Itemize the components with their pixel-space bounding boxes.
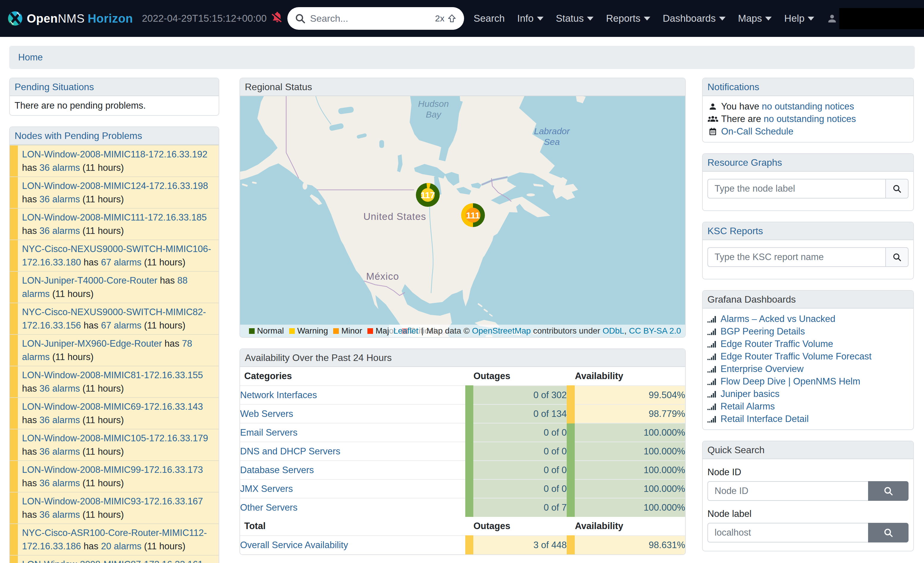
grafana-dashboard-link[interactable]: BGP Peering Details xyxy=(720,325,805,338)
availability-category-link[interactable]: Other Servers xyxy=(240,502,297,513)
availability-category-link[interactable]: Database Servers xyxy=(240,465,314,475)
navbar-menu-item[interactable]: Dashboards xyxy=(663,13,726,24)
navbar-menu-item[interactable]: Help xyxy=(784,13,814,24)
node-link[interactable]: LON-Window-2008-MIMIC111-172.16.33.185 xyxy=(22,212,207,222)
node-link[interactable]: LON-Window-2008-MIMIC118-172.16.33.192 xyxy=(22,149,207,159)
brand[interactable]: OpenNMSHorizon xyxy=(8,11,133,26)
grafana-dashboard-link[interactable]: Alarms – Acked vs Unacked xyxy=(720,313,836,325)
shift-icon xyxy=(447,14,457,24)
ccbysa-link[interactable]: CC BY-SA 2.0 xyxy=(629,326,681,336)
grafana-list: Alarms – Acked vs UnackedBGP Peering Det… xyxy=(703,309,913,429)
availability-total-label: Total xyxy=(240,517,469,536)
map-label-sea: Sea xyxy=(544,137,560,147)
map-island-haida xyxy=(303,182,307,189)
grafana-dashboard-link[interactable]: Retail Interface Detail xyxy=(720,413,808,425)
grafana-dashboard-link[interactable]: Juniper basics xyxy=(720,388,779,400)
leaflet-link[interactable]: Leaflet xyxy=(393,326,418,336)
node-list-item: LON-Window-2008-MIMIC124-172.16.33.198 h… xyxy=(10,176,219,208)
map-marker-111[interactable]: 111 xyxy=(461,203,485,227)
node-link[interactable]: LON-Window-2008-MIMIC124-172.16.33.198 xyxy=(22,181,208,191)
navbar-menu-item[interactable]: Status xyxy=(556,13,594,24)
brand-wordmark: OpenNMSHorizon xyxy=(27,12,133,25)
oncall-schedule-link[interactable]: On-Call Schedule xyxy=(721,125,794,138)
map-lake-reindeer xyxy=(379,140,384,148)
node-alarms-link[interactable]: 36 alarms xyxy=(40,415,80,425)
node-list-item: NYC-Cisco-NEXUS9000-SWITCH-MIMIC106-172.… xyxy=(10,240,219,271)
resource-graphs-title[interactable]: Resource Graphs xyxy=(707,157,782,168)
node-alarms-link[interactable]: 36 alarms xyxy=(40,383,80,394)
navbar-menu-item[interactable]: Maps xyxy=(738,13,772,24)
node-label-search-input[interactable] xyxy=(707,179,885,198)
node-id-label: Node ID xyxy=(707,467,909,477)
brand-nms: NMS xyxy=(58,12,84,25)
all-notices-link[interactable]: no outstanding notices xyxy=(764,113,856,125)
availability-availability-cell: 100.000% xyxy=(571,479,685,498)
availability-outages-cell: 0 of 0 xyxy=(469,461,571,479)
navbar-menu-item[interactable]: Reports xyxy=(606,13,650,24)
node-link[interactable]: LON-Window-2008-MIMIC81-172.16.33.155 xyxy=(22,370,203,380)
node-id-search-button[interactable] xyxy=(868,481,909,501)
overall-availability-link[interactable]: Overall Service Availability xyxy=(240,540,348,550)
bell-slash-icon[interactable] xyxy=(271,11,284,26)
notifications-title[interactable]: Notifications xyxy=(707,81,759,92)
map-marker-117[interactable]: 117 xyxy=(416,183,440,207)
grafana-dashboard-link[interactable]: Enterprise Overview xyxy=(720,363,804,375)
node-id-input[interactable] xyxy=(707,481,868,501)
navbar-right: 0 0 xyxy=(827,8,924,29)
grafana-dashboard-row: Alarms – Acked vs Unacked xyxy=(707,313,909,325)
node-link[interactable]: LON-Window-2008-MIMIC105-172.16.33.179 xyxy=(22,433,208,443)
node-link[interactable]: LON-Window-2008-MIMIC99-172.16.33.173 xyxy=(22,464,203,475)
pending-situations-title[interactable]: Pending Situations xyxy=(15,81,94,92)
node-label-search-button[interactable] xyxy=(868,523,909,542)
node-list-item: LON-Window-2008-MIMIC99-172.16.33.173 ha… xyxy=(10,460,219,492)
bar-chart-icon xyxy=(707,415,717,423)
search-icon xyxy=(892,184,902,194)
node-alarms-link[interactable]: 36 alarms xyxy=(40,194,80,204)
breadcrumb-home-link[interactable]: Home xyxy=(18,52,43,63)
legend-color-swatch xyxy=(333,328,339,334)
node-alarms-link[interactable]: 36 alarms xyxy=(40,446,80,457)
chevron-down-icon xyxy=(644,17,650,21)
grafana-dashboard-link[interactable]: Edge Router Traffic Volume xyxy=(720,338,833,350)
username-redacted[interactable] xyxy=(839,8,924,29)
node-alarms-link[interactable]: 36 alarms xyxy=(40,478,80,488)
node-link[interactable]: LON-Window-2008-MIMIC93-172.16.33.167 xyxy=(22,496,203,506)
grafana-dashboard-row: Flow Deep Dive | OpenNMS Helm xyxy=(707,375,909,388)
node-label-input[interactable] xyxy=(707,523,868,542)
osm-link[interactable]: OpenStreetMap xyxy=(472,326,531,336)
navbar-menu-item[interactable]: Info xyxy=(518,13,543,24)
grafana-dashboard-link[interactable]: Flow Deep Dive | OpenNMS Helm xyxy=(720,375,860,388)
navbar-menu-item[interactable]: Search xyxy=(474,13,505,24)
regional-status-map[interactable]: Hudson Bay Labrador Sea United States Mé… xyxy=(240,96,685,337)
resource-graphs-search-button[interactable] xyxy=(885,179,909,198)
nodes-pending-problems-title[interactable]: Nodes with Pending Problems xyxy=(15,130,142,141)
node-alarms-link[interactable]: 67 alarms xyxy=(101,320,141,330)
chevron-down-icon xyxy=(537,17,543,21)
availability-category-link[interactable]: Web Servers xyxy=(240,408,293,419)
availability-category-link[interactable]: Email Servers xyxy=(240,427,297,438)
node-link[interactable]: LON-Juniper-T4000-Core-Router xyxy=(22,275,158,286)
node-alarms-link[interactable]: 36 alarms xyxy=(40,225,80,236)
your-notices-link[interactable]: no outstanding notices xyxy=(762,100,854,113)
search-input[interactable] xyxy=(310,13,435,24)
node-alarms-link[interactable]: 20 alarms xyxy=(101,541,141,551)
node-alarms-link[interactable]: 36 alarms xyxy=(40,162,80,173)
node-link[interactable]: LON-Juniper-MX960-Edge-Router xyxy=(22,338,162,349)
node-link[interactable]: LON-Window-2008-MIMIC69-172.16.33.143 xyxy=(22,401,203,412)
ksc-search-button[interactable] xyxy=(885,247,909,267)
regional-status-title: Regional Status xyxy=(240,78,685,96)
ksc-reports-title[interactable]: KSC Reports xyxy=(707,225,763,236)
node-alarms-link[interactable]: 67 alarms xyxy=(101,257,141,267)
odbl-link[interactable]: ODbL xyxy=(602,326,624,336)
map-island-vancouver xyxy=(310,194,322,205)
node-alarms-link[interactable]: 36 alarms xyxy=(40,509,80,520)
availability-category-link[interactable]: Network Interfaces xyxy=(240,390,317,400)
availability-total-outages: Outages xyxy=(469,517,571,536)
availability-category-link[interactable]: DNS and DHCP Servers xyxy=(240,446,340,456)
grafana-dashboard-link[interactable]: Retail Alarms xyxy=(720,400,775,413)
ksc-report-search-input[interactable] xyxy=(707,247,885,267)
node-link[interactable]: LON-Window-2008-MIMIC87-172.16.33.161 xyxy=(22,559,203,563)
bar-chart-icon xyxy=(707,365,717,373)
grafana-dashboard-link[interactable]: Edge Router Traffic Volume Forecast xyxy=(720,350,872,363)
availability-category-link[interactable]: JMX Servers xyxy=(240,483,293,494)
